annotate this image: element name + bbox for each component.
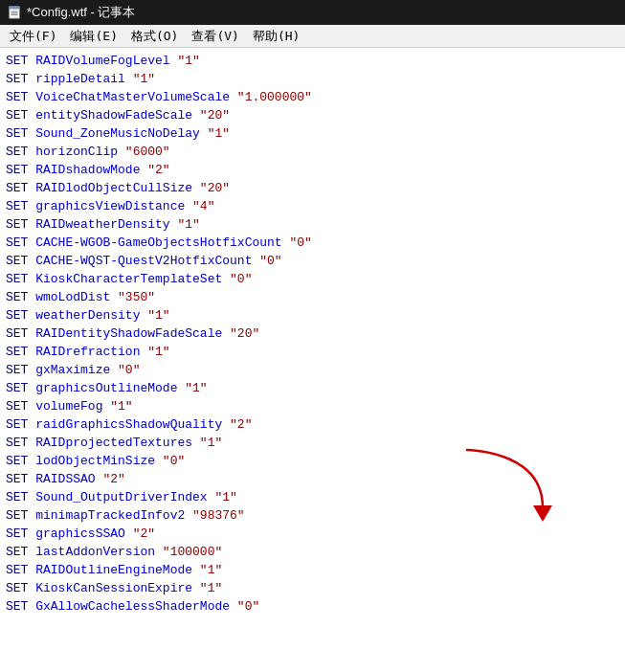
setting-name: rippleDetail [35, 72, 132, 86]
config-line: SET graphicsSSAO "2" [6, 525, 619, 543]
setting-value: "0" [163, 454, 185, 468]
setting-value: "1" [185, 381, 207, 395]
setting-value: "2" [102, 472, 124, 486]
set-keyword: SET [6, 436, 35, 450]
set-keyword: SET [6, 454, 35, 468]
set-keyword: SET [6, 345, 35, 359]
setting-value: "6000" [125, 145, 170, 159]
config-line: SET RAIDlodObjectCullSize "20" [6, 179, 619, 197]
set-keyword: SET [6, 508, 35, 523]
setting-value: "1" [147, 308, 169, 323]
setting-name: lodObjectMinSize [35, 454, 163, 468]
config-line: SET RAIDOutlineEngineMode "1" [6, 561, 619, 579]
set-keyword: SET [6, 326, 35, 341]
setting-value: "350" [118, 290, 155, 304]
setting-value: "0" [230, 272, 252, 286]
config-line: SET volumeFog "1" [6, 397, 619, 415]
menu-item-file[interactable]: 文件(F) [4, 27, 62, 46]
set-keyword: SET [6, 163, 35, 177]
set-keyword: SET [6, 581, 35, 595]
config-line: SET RAIDprojectedTextures "1" [6, 434, 619, 452]
svg-rect-1 [10, 7, 20, 10]
setting-value: "0" [289, 235, 311, 250]
title-bar: *Config.wtf - 记事本 [0, 0, 625, 25]
config-line: SET horizonClip "6000" [6, 143, 619, 161]
setting-value: "2" [230, 417, 252, 432]
setting-value: "98376" [192, 508, 245, 523]
set-keyword: SET [6, 199, 35, 213]
set-keyword: SET [6, 363, 35, 377]
set-keyword: SET [6, 235, 35, 250]
setting-name: RAIDOutlineEngineMode [35, 563, 200, 577]
title-text: *Config.wtf - 记事本 [27, 4, 135, 21]
setting-value: "1" [214, 490, 236, 504]
setting-value: "1" [177, 217, 199, 232]
config-line: SET RAIDshadowMode "2" [6, 161, 619, 179]
setting-name: RAIDweatherDensity [35, 217, 177, 232]
setting-value: "1" [133, 72, 155, 86]
setting-value: "20" [230, 326, 259, 341]
config-line: SET wmoLodDist "350" [6, 288, 619, 306]
setting-name: KioskCharacterTemplateSet [35, 272, 230, 286]
config-line: SET entityShadowFadeScale "20" [6, 106, 619, 124]
setting-value: "4" [192, 199, 214, 213]
setting-name: volumeFog [35, 399, 110, 414]
menu-item-view[interactable]: 查看(V) [186, 27, 244, 46]
setting-name: RAIDSSAO [35, 472, 102, 486]
menu-item-edit[interactable]: 编辑(E) [64, 27, 123, 46]
set-keyword: SET [6, 217, 35, 232]
config-line: SET KioskCharacterTemplateSet "0" [6, 270, 619, 288]
config-line: SET Sound_ZoneMusicNoDelay "1" [6, 124, 619, 143]
config-line: SET gxMaximize "0" [6, 361, 619, 379]
config-line: SET CACHE-WQST-QuestV2HotfixCount "0" [6, 252, 619, 270]
set-keyword: SET [6, 145, 35, 159]
config-line: SET weatherDensity "1" [6, 306, 619, 325]
setting-value: "1" [110, 399, 132, 414]
config-line: SET RAIDweatherDensity "1" [6, 215, 619, 234]
setting-name: RAIDshadowMode [35, 163, 147, 177]
config-line: SET RAIDVolumeFogLevel "1" [6, 52, 619, 70]
setting-value: "1" [147, 345, 169, 359]
setting-name: RAIDrefraction [35, 345, 147, 359]
setting-name: gxMaximize [35, 363, 118, 377]
setting-name: RAIDlodObjectCullSize [35, 181, 200, 195]
set-keyword: SET [6, 90, 35, 104]
setting-name: lastAddonVersion [35, 545, 163, 559]
setting-value: "1" [200, 563, 222, 577]
menu-item-help[interactable]: 帮助(H) [247, 27, 305, 46]
setting-value: "1" [208, 126, 230, 141]
config-line: SET rippleDetail "1" [6, 70, 619, 88]
setting-name: graphicsOutlineMode [35, 381, 185, 395]
set-keyword: SET [6, 254, 35, 268]
set-keyword: SET [6, 399, 35, 414]
setting-name: raidGraphicsShadowQuality [35, 417, 230, 432]
menu-item-format[interactable]: 格式(O) [125, 27, 184, 46]
config-line: SET VoiceChatMasterVolumeScale "1.000000… [6, 88, 619, 106]
set-keyword: SET [6, 308, 35, 323]
set-keyword: SET [6, 381, 35, 395]
set-keyword: SET [6, 472, 35, 486]
config-line: SET RAIDrefraction "1" [6, 343, 619, 361]
setting-name: CACHE-WQST-QuestV2HotfixCount [35, 254, 259, 268]
set-keyword: SET [6, 490, 35, 504]
config-line: SET CACHE-WGOB-GameObjectsHotfixCount "0… [6, 234, 619, 252]
setting-name: CACHE-WGOB-GameObjectsHotfixCount [35, 235, 289, 250]
config-line: SET raidGraphicsShadowQuality "2" [6, 415, 619, 434]
config-line: SET lastAddonVersion "100000" [6, 543, 619, 561]
setting-value: "100000" [163, 545, 222, 559]
set-keyword: SET [6, 54, 35, 68]
set-keyword: SET [6, 72, 35, 86]
setting-name: graphicsViewDistance [35, 199, 192, 213]
content-area[interactable]: SET RAIDVolumeFogLevel "1"SET rippleDeta… [0, 48, 625, 672]
set-keyword: SET [6, 545, 35, 559]
config-line: SET minimapTrackedInfov2 "98376" [6, 506, 619, 525]
setting-name: KioskCanSessionExpire [35, 581, 200, 595]
config-line: SET graphicsOutlineMode "1" [6, 379, 619, 397]
setting-value: "1" [200, 436, 222, 450]
set-keyword: SET [6, 108, 35, 123]
config-line: SET GxAllowCachelessShaderMode "0" [6, 597, 619, 616]
menu-bar: 文件(F)编辑(E)格式(O)查看(V)帮助(H) [0, 25, 625, 48]
set-keyword: SET [6, 126, 35, 141]
setting-name: Sound_ZoneMusicNoDelay [35, 126, 207, 141]
setting-value: "2" [133, 526, 155, 541]
